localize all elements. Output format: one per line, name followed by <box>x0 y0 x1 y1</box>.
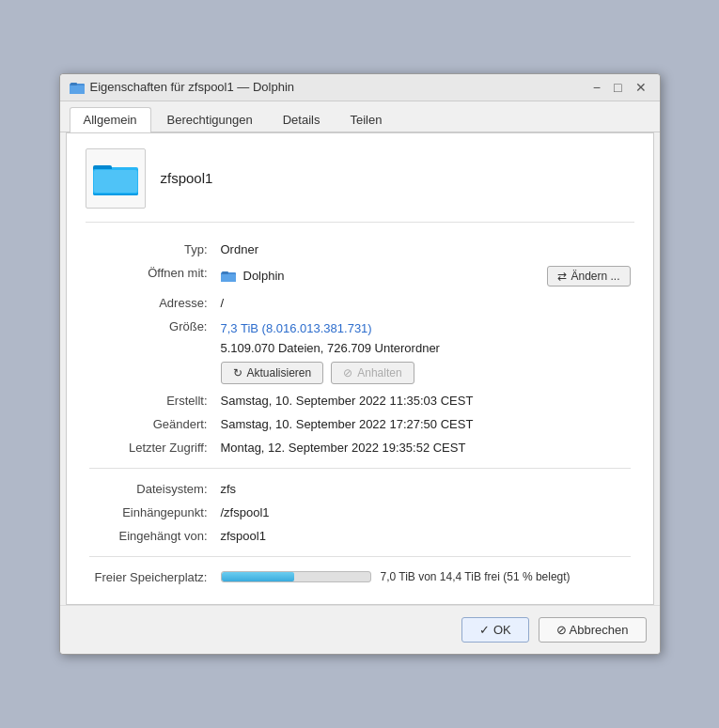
zugriff-value: Montag, 12. September 2022 19:35:52 CEST <box>217 436 634 459</box>
ok-button[interactable]: ✓ OK <box>461 617 528 643</box>
separator-row-2 <box>86 548 634 565</box>
svg-rect-7 <box>94 170 137 193</box>
close-button[interactable]: ✕ <box>632 81 650 94</box>
tab-teilen[interactable]: Teilen <box>336 107 396 132</box>
aktualisieren-label: Aktualisieren <box>247 366 312 379</box>
svg-rect-10 <box>222 271 228 274</box>
typ-label: Typ: <box>86 238 217 261</box>
geaendert-label: Geändert: <box>86 412 217 436</box>
zugriff-label: Letzter Zugriff: <box>86 436 217 459</box>
row-typ: Typ: Ordner <box>86 238 634 261</box>
row-groesse: Größe: 7,3 TiB (8.016.013.381.731) 5.109… <box>86 315 634 390</box>
minimize-button[interactable]: − <box>589 81 604 94</box>
aktualisieren-icon: ↻ <box>233 366 242 379</box>
storage-text: 7,0 TiB von 14,4 TiB frei (51 % belegt) <box>381 570 571 583</box>
eingehaengt-value: zfspool1 <box>217 524 634 548</box>
titlebar-left: Eigenschaften für zfspool1 — Dolphin <box>70 80 295 95</box>
adresse-label: Adresse: <box>86 291 217 315</box>
titlebar: Eigenschaften für zfspool1 — Dolphin − □… <box>60 74 660 101</box>
row-erstellt: Erstellt: Samstag, 10. September 2022 11… <box>86 389 634 412</box>
einhaengepunkt-label: Einhängepunkt: <box>86 501 217 524</box>
row-adresse: Adresse: / <box>86 291 634 315</box>
separator-row-1 <box>86 459 634 477</box>
einhaengepunkt-value: /zfspool1 <box>217 501 634 524</box>
content-panel: zfspool1 Typ: Ordner Öffnen mit: <box>66 132 654 606</box>
anhalten-button[interactable]: ⊘ Anhalten <box>331 362 414 384</box>
geaendert-value: Samstag, 10. September 2022 17:27:50 CES… <box>217 412 634 436</box>
size-info: 7,3 TiB (8.016.013.381.731) 5.109.070 Da… <box>221 319 631 359</box>
groesse-files: 5.109.070 Dateien, 726.709 Unterordner <box>221 341 440 355</box>
open-with-row: Dolphin ⇄ Ändern ... <box>221 266 631 287</box>
svg-rect-9 <box>221 274 236 282</box>
erstellt-value: Samstag, 10. September 2022 11:35:03 CES… <box>217 389 634 412</box>
row-eingehaengt: Eingehängt von: zfspool1 <box>86 524 634 548</box>
change-label: Ändern ... <box>571 270 619 283</box>
tab-berechtigungen[interactable]: Berechtigungen <box>153 107 267 132</box>
anhalten-label: Anhalten <box>357 366 401 379</box>
typ-value: Ordner <box>217 238 634 261</box>
separator-1 <box>89 468 631 469</box>
erstellt-label: Erstellt: <box>86 389 217 412</box>
app-icon <box>70 80 85 95</box>
titlebar-controls: − □ ✕ <box>589 81 650 94</box>
separator-2 <box>89 556 631 557</box>
folder-icon <box>93 160 138 197</box>
window-title: Eigenschaften für zfspool1 — Dolphin <box>90 80 295 94</box>
tab-details[interactable]: Details <box>269 107 335 132</box>
row-einhaengepunkt: Einhängepunkt: /zfspool1 <box>86 501 634 524</box>
oeffnen-label: Öffnen mit: <box>86 261 217 291</box>
row-zugriff: Letzter Zugriff: Montag, 12. September 2… <box>86 436 634 459</box>
change-icon: ⇄ <box>557 270 567 283</box>
cancel-button[interactable]: ⊘ Abbrechen <box>539 617 647 643</box>
storage-bar-container: 7,0 TiB von 14,4 TiB frei (51 % belegt) <box>221 570 631 583</box>
eingehaengt-label: Eingehängt von: <box>86 524 217 548</box>
aktualisieren-button[interactable]: ↻ Aktualisieren <box>221 362 324 384</box>
speicher-value: 7,0 TiB von 14,4 TiB frei (51 % belegt) <box>217 565 634 589</box>
groesse-value: 7,3 TiB (8.016.013.381.731) 5.109.070 Da… <box>217 315 634 390</box>
anhalten-icon: ⊘ <box>343 366 352 379</box>
adresse-value: / <box>217 291 634 315</box>
speicher-label: Freier Speicherplatz: <box>86 565 217 589</box>
groesse-label: Größe: <box>86 315 217 390</box>
row-oeffnen: Öffnen mit: Dolphin ⇄ Ändern ... <box>86 261 634 291</box>
oeffnen-value: Dolphin ⇄ Ändern ... <box>217 261 634 291</box>
file-header: zfspool1 <box>86 148 634 223</box>
window: Eigenschaften für zfspool1 — Dolphin − □… <box>59 73 661 656</box>
tab-allgemein[interactable]: Allgemein <box>70 107 151 132</box>
folder-icon-wrapper <box>86 148 146 209</box>
groesse-main: 7,3 TiB (8.016.013.381.731) <box>221 321 372 335</box>
file-name: zfspool1 <box>161 170 213 186</box>
maximize-button[interactable]: □ <box>610 81 625 94</box>
dolphin-icon <box>221 270 236 283</box>
tab-bar: Allgemein Berechtigungen Details Teilen <box>60 101 660 132</box>
storage-bar <box>221 571 371 582</box>
svg-rect-1 <box>70 85 85 94</box>
row-dateisystem: Dateisystem: zfs <box>86 477 634 501</box>
row-speicher: Freier Speicherplatz: 7,0 TiB von 14,4 T… <box>86 565 634 589</box>
change-button[interactable]: ⇄ Ändern ... <box>547 266 630 287</box>
row-geaendert: Geändert: Samstag, 10. September 2022 17… <box>86 412 634 436</box>
svg-rect-2 <box>70 83 77 85</box>
footer: ✓ OK ⊘ Abbrechen <box>60 605 660 654</box>
info-table: Typ: Ordner Öffnen mit: Dolphin <box>86 238 634 590</box>
storage-bar-fill <box>222 572 294 581</box>
action-buttons: ↻ Aktualisieren ⊘ Anhalten <box>221 362 631 384</box>
dateisystem-value: zfs <box>217 477 634 501</box>
oeffnen-app: Dolphin <box>243 269 285 283</box>
dateisystem-label: Dateisystem: <box>86 477 217 501</box>
